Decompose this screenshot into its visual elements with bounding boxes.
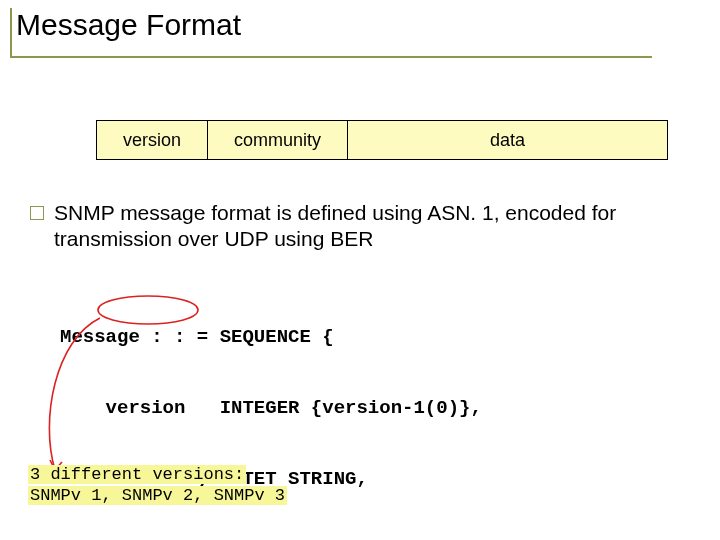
footnote-line-2: SNMPv 1, SNMPv 2, SNMPv 3	[28, 485, 287, 506]
title-block: Message Format	[10, 8, 650, 48]
footnote-highlight-2: SNMPv 1, SNMPv 2, SNMPv 3	[28, 486, 287, 505]
bullet-item: SNMP message format is defined using ASN…	[30, 200, 670, 253]
message-format-diagram: version community data	[96, 120, 668, 160]
bullet-square-icon	[30, 206, 44, 220]
code-line-1: Message : : = SEQUENCE {	[60, 326, 482, 350]
diagram-field-community: community	[207, 121, 347, 159]
slide: Message Format version community data SN…	[0, 0, 720, 540]
footnote-highlight-1: 3 different versions:	[28, 465, 246, 484]
diagram-field-data: data	[347, 121, 667, 159]
footnote-line-1: 3 different versions:	[28, 464, 287, 485]
diagram-field-version: version	[97, 121, 207, 159]
footnote-block: 3 different versions: SNMPv 1, SNMPv 2, …	[28, 464, 287, 507]
slide-title: Message Format	[10, 8, 650, 48]
bullet-text: SNMP message format is defined using ASN…	[54, 200, 670, 253]
code-line-2: version INTEGER {version-1(0)},	[60, 397, 482, 421]
